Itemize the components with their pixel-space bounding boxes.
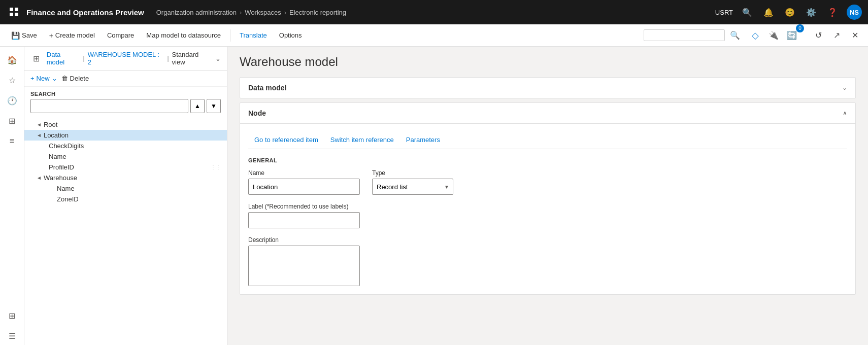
- options-button[interactable]: Options: [274, 29, 307, 41]
- new-plus-icon: +: [30, 75, 35, 82]
- left-panel-header: ⊞ Data model | WAREHOUSE MODEL : 2 | Sta…: [24, 47, 227, 71]
- open-new-icon[interactable]: ↗: [829, 28, 844, 43]
- avatar[interactable]: NS: [847, 5, 862, 20]
- notification-icon[interactable]: 🔔: [761, 5, 776, 19]
- panel-sep-2: |: [167, 55, 169, 62]
- toolbar-search-icon[interactable]: 🔍: [728, 28, 742, 43]
- nav-icons: USRT 🔍 🔔 😊 ⚙️ ❓ NS: [715, 5, 862, 20]
- search-up-button[interactable]: ▲: [190, 99, 205, 113]
- main-toolbar: 💾 Save + Create model Compare Map model …: [0, 24, 868, 47]
- type-select[interactable]: Record list Record String Integer Real D…: [372, 179, 453, 195]
- home-icon[interactable]: 🏠: [3, 51, 21, 69]
- settings-icon[interactable]: ⚙️: [804, 5, 818, 19]
- tree-profileid-label: ProfileID: [49, 163, 211, 171]
- clock-icon[interactable]: 🕐: [3, 91, 21, 110]
- standard-view-chevron-icon: ⌄: [215, 55, 221, 62]
- breadcrumb-electronic[interactable]: Electronic reporting: [289, 9, 346, 16]
- search-label: SEARCH: [30, 91, 221, 97]
- svg-rect-3: [15, 13, 18, 16]
- description-form-group: Description: [248, 236, 847, 286]
- search-row: ▲ ▼: [30, 99, 221, 113]
- type-form-group: Type Record list Record String Integer R…: [372, 169, 453, 195]
- search-down-button[interactable]: ▼: [207, 99, 221, 113]
- label-input[interactable]: [248, 212, 360, 228]
- tree-root-label: Root: [44, 121, 221, 128]
- label-field-label: Label (*Recommended to use labels): [248, 203, 847, 210]
- tree-item-location[interactable]: ◄ Location: [24, 130, 227, 141]
- compare-button[interactable]: Compare: [102, 29, 139, 41]
- create-model-button[interactable]: + Create model: [44, 29, 100, 42]
- face-icon[interactable]: 😊: [783, 5, 797, 19]
- main-layout: 🏠 ☆ 🕐 ⊞ ≡ ⊞ ☰ ⊞ Data model | WAREHOUSE M…: [0, 47, 868, 345]
- data-model-link[interactable]: Data model: [47, 51, 80, 66]
- data-model-section-header[interactable]: Data model ⌄: [240, 78, 855, 98]
- tree-item-name[interactable]: Name: [24, 151, 227, 162]
- menu-icon[interactable]: ☰: [3, 327, 21, 345]
- plugin-icon[interactable]: 🔌: [766, 28, 781, 43]
- data-model-section-title: Data model: [248, 84, 286, 92]
- tree-item-zoneid[interactable]: ZoneID: [24, 194, 227, 204]
- svg-rect-0: [10, 8, 13, 11]
- node-section-header[interactable]: Node ∧: [240, 103, 855, 124]
- toolbar-search: 🔍: [644, 28, 742, 43]
- search-section: SEARCH ▲ ▼: [24, 87, 227, 117]
- name-label: Name: [248, 169, 360, 177]
- left-panel: ⊞ Data model | WAREHOUSE MODEL : 2 | Sta…: [24, 47, 227, 345]
- warehouse-model-link[interactable]: WAREHOUSE MODEL : 2: [88, 51, 164, 66]
- breadcrumb: Organization administration › Workspaces…: [156, 9, 711, 16]
- translate-button[interactable]: Translate: [235, 29, 272, 41]
- toolbar-search-input[interactable]: [644, 29, 725, 41]
- label-form-group: Label (*Recommended to use labels): [248, 203, 847, 228]
- refresh-icon[interactable]: ↺: [811, 28, 825, 43]
- breadcrumb-sep-2: ›: [284, 9, 286, 16]
- list-icon[interactable]: ≡: [3, 132, 21, 150]
- right-content: Warehouse model Data model ⌄ Node ∧ Go t…: [227, 47, 868, 345]
- breadcrumb-workspaces[interactable]: Workspaces: [245, 9, 281, 16]
- tree-checkdigits-label: CheckDigits: [49, 142, 221, 150]
- switch-item-reference-link[interactable]: Switch item reference: [324, 132, 400, 149]
- type-label: Type: [372, 169, 453, 177]
- search-icon[interactable]: 🔍: [740, 5, 754, 19]
- panel-breadcrumb: Data model | WAREHOUSE MODEL : 2 | Stand…: [47, 51, 221, 66]
- node-links: Go to referenced item Switch item refere…: [248, 132, 847, 149]
- table-icon[interactable]: ⊞: [3, 112, 21, 130]
- standard-view-dropdown[interactable]: Standard view ⌄: [172, 51, 221, 66]
- tree-zoneid-label: ZoneID: [57, 195, 221, 203]
- tree-root[interactable]: ◄ Root: [24, 119, 227, 130]
- map-model-button[interactable]: Map model to datasource: [141, 29, 226, 41]
- tree-item-warehouse-name[interactable]: Name: [24, 183, 227, 194]
- root-arrow-icon: ◄: [37, 122, 42, 127]
- tree-location-label: Location: [44, 131, 221, 139]
- app-grid-icon[interactable]: [6, 4, 22, 20]
- save-button[interactable]: 💾 Save: [6, 29, 42, 42]
- delete-button[interactable]: 🗑 Delete: [61, 75, 89, 82]
- filter-icon[interactable]: ⊞: [3, 306, 21, 325]
- toolbar-right-icons: ◇ 🔌 🔄 0 ↺ ↗ ✕: [748, 28, 862, 43]
- tree-item-checkdigits[interactable]: CheckDigits: [24, 141, 227, 151]
- star-icon[interactable]: ☆: [3, 71, 21, 89]
- app-title: Finance and Operations Preview: [26, 8, 144, 17]
- delete-trash-icon: 🗑: [61, 75, 68, 82]
- tree-warehouse-name-label: Name: [57, 185, 221, 192]
- parameters-link[interactable]: Parameters: [400, 132, 446, 149]
- description-textarea[interactable]: [248, 246, 360, 286]
- help-icon[interactable]: ❓: [825, 5, 840, 19]
- filter-panel-icon[interactable]: ⊞: [30, 52, 43, 64]
- tree-item-profileid[interactable]: ProfileID ⋮⋮: [24, 162, 227, 172]
- go-to-referenced-link[interactable]: Go to referenced item: [248, 132, 324, 149]
- name-input[interactable]: [248, 179, 360, 195]
- save-icon: 💾: [11, 31, 20, 40]
- tree-name-label: Name: [49, 153, 221, 160]
- warehouse-arrow-icon: ◄: [37, 175, 42, 181]
- name-form-group: Name: [248, 169, 360, 195]
- tree-item-warehouse[interactable]: ◄ Warehouse: [24, 172, 227, 183]
- search-input[interactable]: [30, 99, 188, 113]
- breadcrumb-org[interactable]: Organization administration: [156, 9, 237, 16]
- close-icon[interactable]: ✕: [848, 28, 862, 43]
- new-button[interactable]: + New ⌄: [30, 75, 57, 82]
- type-select-wrapper: Record list Record String Integer Real D…: [372, 179, 453, 195]
- sidebar-icon-bar: 🏠 ☆ 🕐 ⊞ ≡ ⊞ ☰: [0, 47, 24, 345]
- diamond-icon[interactable]: ◇: [748, 28, 762, 43]
- location-arrow-icon: ◄: [37, 132, 42, 138]
- toolbar-divider: [230, 29, 230, 42]
